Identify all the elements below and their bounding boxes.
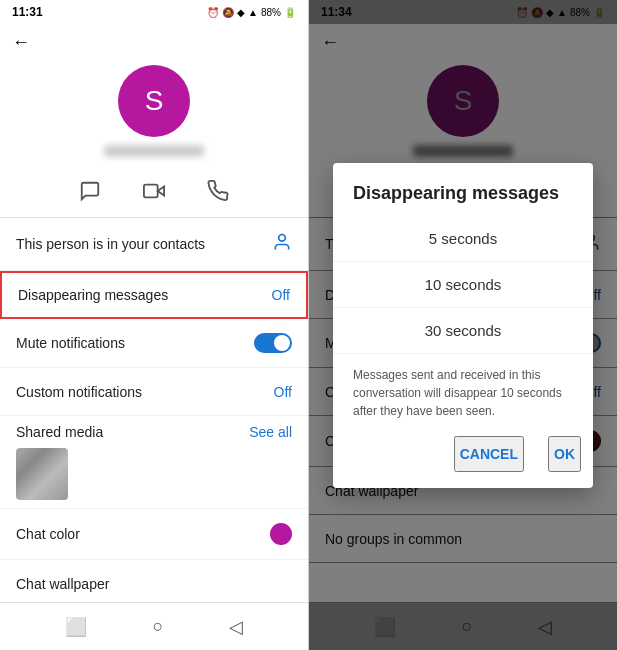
dialog-option-30s[interactable]: 30 seconds xyxy=(333,308,593,354)
mute-toggle[interactable] xyxy=(254,333,292,353)
dialog-ok-button[interactable]: OK xyxy=(548,436,581,472)
video-icon[interactable] xyxy=(140,177,168,205)
chat-color-dot xyxy=(270,523,292,545)
left-profile-section: S xyxy=(0,57,308,169)
custom-notifications-item[interactable]: Custom notifications Off xyxy=(0,368,308,416)
chat-color-item[interactable]: Chat color xyxy=(0,509,308,560)
left-action-icons xyxy=(0,169,308,218)
left-profile-name xyxy=(104,145,204,157)
dialog-option-10s[interactable]: 10 seconds xyxy=(333,262,593,308)
left-status-icons: ⏰ 🔕 ◆ ▲ 88% 🔋 xyxy=(207,7,296,18)
svg-rect-1 xyxy=(144,185,158,198)
svg-point-2 xyxy=(279,235,286,242)
svg-marker-0 xyxy=(158,186,164,195)
mute-notifications-item[interactable]: Mute notifications xyxy=(0,319,308,368)
left-nav-bar: ⬜ ○ ◁ xyxy=(0,602,308,650)
nav-triangle-icon[interactable]: ◁ xyxy=(229,616,243,638)
chat-icon[interactable] xyxy=(76,177,104,205)
contact-icon xyxy=(272,232,292,256)
chat-wallpaper-item[interactable]: Chat wallpaper xyxy=(0,560,308,602)
left-screen: 11:31 ⏰ 🔕 ◆ ▲ 88% 🔋 ← S xyxy=(0,0,308,650)
nav-circle-icon[interactable]: ○ xyxy=(153,616,164,637)
dialog-overlay: Disappearing messages 5 seconds 10 secon… xyxy=(309,0,617,650)
left-back-button[interactable]: ← xyxy=(0,24,308,57)
phone-icon[interactable] xyxy=(204,177,232,205)
dialog-title: Disappearing messages xyxy=(333,183,593,216)
left-settings-list: This person is in your contacts Disappea… xyxy=(0,218,308,602)
dialog-description: Messages sent and received in this conve… xyxy=(333,354,593,432)
dialog-cancel-button[interactable]: CANCEL xyxy=(454,436,524,472)
nav-square-icon[interactable]: ⬜ xyxy=(65,616,87,638)
shared-media-header: Shared media See all xyxy=(16,424,292,440)
disappearing-messages-item[interactable]: Disappearing messages Off xyxy=(0,271,308,319)
shared-media-section: Shared media See all xyxy=(0,416,308,509)
disappearing-messages-dialog: Disappearing messages 5 seconds 10 secon… xyxy=(333,163,593,488)
dialog-buttons: CANCEL OK xyxy=(333,432,593,480)
left-time: 11:31 xyxy=(12,5,43,19)
left-status-bar: 11:31 ⏰ 🔕 ◆ ▲ 88% 🔋 xyxy=(0,0,308,24)
right-screen: 11:34 ⏰ 🔕 ◆ ▲ 88% 🔋 ← S xyxy=(309,0,617,650)
left-avatar: S xyxy=(118,65,190,137)
dialog-option-5s[interactable]: 5 seconds xyxy=(333,216,593,262)
shared-media-thumbnail[interactable] xyxy=(16,448,68,500)
contacts-item[interactable]: This person is in your contacts xyxy=(0,218,308,271)
